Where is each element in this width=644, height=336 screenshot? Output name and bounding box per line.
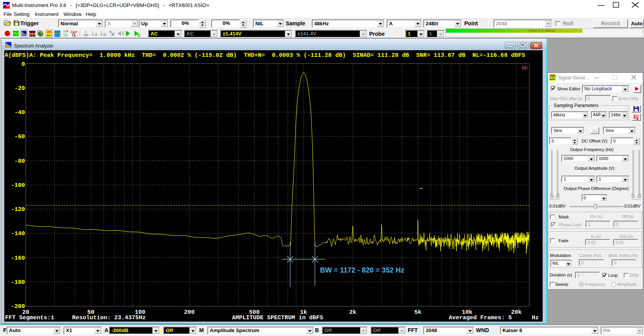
- svg-text:000: 000: [55, 35, 60, 37]
- svg-text:888: 888: [29, 32, 36, 37]
- svg-text:B: B: [103, 33, 106, 37]
- svg-text:DDP: DDP: [71, 30, 77, 34]
- svg-text:A: A: [95, 33, 97, 37]
